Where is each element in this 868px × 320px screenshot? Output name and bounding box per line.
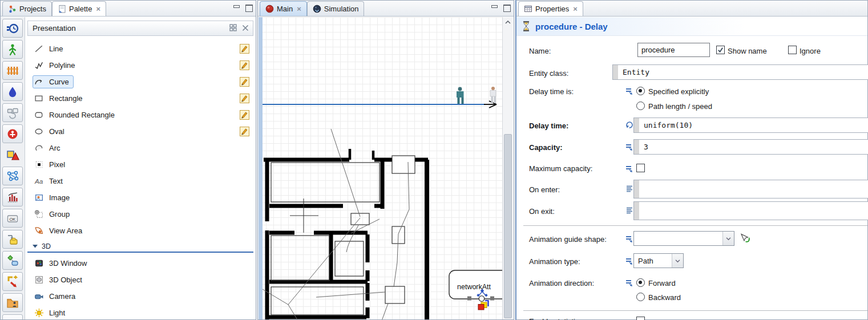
- entity-class-field[interactable]: Entity: [612, 64, 868, 80]
- palette-item-arc[interactable]: Arc: [25, 140, 256, 156]
- model-drawing: networkAtt: [263, 17, 503, 319]
- scrollbar-thumb[interactable]: [504, 134, 512, 318]
- exchange-arrows-button[interactable]: [2, 272, 23, 291]
- palette-item-curve[interactable]: Curve: [25, 74, 256, 90]
- pedestrian-figure-scrubs[interactable]: [457, 87, 464, 104]
- palette-item-3d-window[interactable]: 3D Window: [25, 255, 256, 272]
- rail-library-button[interactable]: [2, 61, 23, 80]
- maximize-icon[interactable]: [503, 5, 510, 11]
- editor-canvas[interactable]: networkAtt: [259, 17, 513, 319]
- statistics-chart-button[interactable]: [2, 188, 23, 206]
- name-input[interactable]: [637, 43, 710, 57]
- ignore-checkbox[interactable]: [788, 46, 797, 54]
- palette-item-view-area[interactable]: View Area: [25, 222, 256, 239]
- pedestrian-figure-white[interactable]: [490, 87, 496, 103]
- on-enter-field[interactable]: [633, 180, 868, 199]
- analysis-network-button[interactable]: [2, 167, 23, 185]
- agent-palette-icon: [6, 254, 19, 267]
- pedestrian-library-button[interactable]: [2, 40, 23, 59]
- palette-item-group[interactable]: Group: [25, 206, 256, 222]
- tab-projects-label: Projects: [19, 5, 46, 13]
- palette-item-light[interactable]: Light: [25, 305, 256, 319]
- on-exit-field[interactable]: [633, 201, 868, 220]
- show-name-checkbox[interactable]: [716, 46, 725, 54]
- palette-section-title: Presentation: [33, 24, 76, 33]
- enable-stats-checkbox[interactable]: [636, 317, 645, 320]
- tab-palette[interactable]: Palette ×: [52, 1, 106, 16]
- tab-properties-label: Properties: [535, 5, 569, 13]
- anim-guide-dropdown[interactable]: [633, 231, 734, 246]
- forward-radio[interactable]: [636, 278, 645, 287]
- collapse-icon[interactable]: [242, 25, 249, 31]
- polyline-icon: [34, 60, 44, 70]
- palette-section-3d[interactable]: 3D: [27, 241, 253, 253]
- agent-palette-button[interactable]: [2, 251, 23, 270]
- projects-icon: [8, 5, 17, 13]
- backward-radio[interactable]: [636, 293, 645, 301]
- process-modeling-library-button[interactable]: [2, 19, 23, 38]
- material-handling-library-button[interactable]: [2, 103, 23, 122]
- edit-pencil-button[interactable]: [240, 77, 249, 87]
- ignore-label: Ignore: [800, 47, 821, 55]
- presentation-palette-button[interactable]: [2, 145, 23, 164]
- network-attractor-block[interactable]: networkAtt: [449, 270, 503, 299]
- palette-item-oval[interactable]: Oval: [25, 123, 256, 140]
- chevron-down-icon[interactable]: [672, 254, 683, 268]
- canvas-left-margin: [259, 17, 263, 319]
- edit-pencil-button[interactable]: [240, 44, 249, 54]
- fluid-library-button[interactable]: [2, 82, 23, 101]
- anim-type-dropdown[interactable]: Path: [633, 253, 684, 268]
- max-capacity-checkbox[interactable]: [636, 164, 645, 172]
- close-icon[interactable]: ×: [297, 5, 301, 13]
- connectivity-palette-button[interactable]: [2, 230, 23, 249]
- delay-time-field[interactable]: uniform(10): [633, 118, 868, 133]
- connectivity-palette-icon: [6, 233, 19, 246]
- more-palette-button[interactable]: [2, 314, 23, 319]
- cross-marker[interactable]: [290, 199, 318, 233]
- palette-item-rectangle[interactable]: Rectangle: [25, 90, 256, 107]
- close-icon[interactable]: ×: [573, 5, 578, 13]
- section-3d-title: 3D: [42, 242, 51, 250]
- minimize-icon[interactable]: [233, 5, 240, 11]
- anim-dir-label: Animation direction:: [529, 279, 594, 287]
- close-icon[interactable]: ×: [96, 5, 100, 13]
- palette-item-line[interactable]: Line: [25, 40, 256, 57]
- capacity-field[interactable]: 3: [633, 139, 868, 155]
- chevron-down-icon[interactable]: [722, 232, 734, 245]
- palette-item-polyline[interactable]: Polyline: [25, 57, 256, 74]
- floor-plan-rectangles[interactable]: [271, 156, 415, 315]
- tab-main[interactable]: Main ×: [260, 1, 307, 16]
- palette-item-3d-object[interactable]: 3D Object: [25, 272, 256, 288]
- edit-pencil-button[interactable]: [240, 94, 249, 103]
- tab-projects[interactable]: Projects: [2, 1, 52, 16]
- capacity-label: Capacity:: [529, 143, 563, 152]
- palette-section-header[interactable]: Presentation: [27, 21, 253, 36]
- road-traffic-library-button[interactable]: [2, 124, 23, 143]
- edit-pencil-button[interactable]: [240, 127, 249, 136]
- path-length-speed-radio[interactable]: [636, 102, 645, 110]
- minimize-icon[interactable]: [491, 5, 498, 11]
- layout-grid-icon[interactable]: [229, 24, 237, 31]
- pedestrian-library-icon: [6, 43, 19, 56]
- section-divider: [523, 225, 867, 226]
- palette-item-pixel[interactable]: Pixel: [25, 156, 256, 173]
- tab-properties[interactable]: Properties ×: [518, 1, 583, 16]
- palette-item-text[interactable]: AaText: [25, 173, 256, 189]
- tab-simulation[interactable]: Simulation: [307, 1, 365, 16]
- edit-pencil-button[interactable]: [240, 60, 249, 70]
- canvas-vertical-scrollbar[interactable]: [502, 17, 513, 319]
- maximize-icon[interactable]: [245, 5, 252, 11]
- select-shape-button[interactable]: [740, 233, 750, 244]
- controls-palette-button[interactable]: OK: [2, 209, 23, 228]
- pictures-folder-button[interactable]: [2, 293, 23, 312]
- palette-item-camera[interactable]: Camera: [25, 288, 256, 305]
- controls-palette-icon: OK: [6, 212, 19, 225]
- threed-item-list: 3D Window 3D Object Camera Light: [25, 253, 256, 319]
- scroll-up-icon[interactable]: [503, 17, 513, 27]
- network-links[interactable]: [263, 129, 409, 319]
- palette-item-image[interactable]: Image: [25, 189, 256, 206]
- specified-explicitly-radio[interactable]: [636, 87, 645, 95]
- palette-item-rounded-rectangle[interactable]: Rounded Rectangle: [25, 107, 256, 123]
- dynamic-value-icon: [625, 120, 634, 129]
- edit-pencil-button[interactable]: [240, 110, 249, 120]
